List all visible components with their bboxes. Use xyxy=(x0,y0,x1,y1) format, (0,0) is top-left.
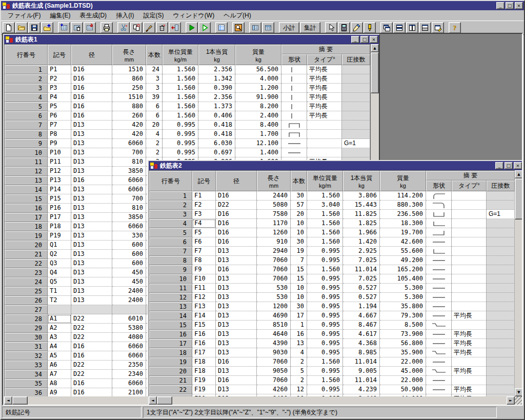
cell[interactable] xyxy=(452,256,487,265)
cell[interactable] xyxy=(71,305,112,314)
cell[interactable]: 2100 xyxy=(112,388,146,396)
cell[interactable]: 平均長 xyxy=(452,330,487,339)
cell[interactable]: 15.443 xyxy=(343,201,380,210)
pressure-weld-cell[interactable] xyxy=(487,284,515,293)
cell[interactable]: F17 xyxy=(192,348,216,357)
shape-cell[interactable] xyxy=(281,74,307,84)
cell[interactable]: 1.560 xyxy=(307,191,343,201)
cell[interactable]: 1.560 xyxy=(307,228,343,237)
window-cascade-button[interactable] xyxy=(380,22,393,33)
cell[interactable] xyxy=(307,121,342,130)
cell[interactable]: 4 xyxy=(291,348,307,357)
scroll-up-icon[interactable]: ▲ xyxy=(371,44,379,52)
cell[interactable]: A2 xyxy=(48,324,71,333)
shape-cell[interactable] xyxy=(426,219,452,228)
close-icon[interactable]: × xyxy=(514,162,522,169)
cell[interactable]: F16 xyxy=(192,339,216,348)
cell[interactable]: D13 xyxy=(71,204,112,213)
cell[interactable]: D16 xyxy=(216,376,257,385)
pressure-weld-cell[interactable] xyxy=(342,130,370,139)
cell[interactable]: F16 xyxy=(192,330,216,339)
pressure-weld-cell[interactable] xyxy=(487,348,515,357)
cell[interactable]: 平均長 xyxy=(452,367,487,376)
cell[interactable]: P14 xyxy=(48,185,71,194)
minimize-icon[interactable]: _ xyxy=(495,162,503,169)
pressure-weld-cell[interactable] xyxy=(487,256,515,265)
cell[interactable] xyxy=(452,219,487,228)
pressure-weld-cell[interactable] xyxy=(487,265,515,274)
cell[interactable]: P7 xyxy=(48,121,71,130)
cell[interactable] xyxy=(452,293,487,302)
cell[interactable]: 2 xyxy=(291,357,307,367)
cell[interactable]: 2 xyxy=(146,139,163,148)
cell[interactable]: P19 xyxy=(48,231,71,241)
pressure-weld-cell[interactable] xyxy=(342,102,370,111)
row-number-cell[interactable]: 6 xyxy=(5,111,48,121)
cell[interactable]: P10 xyxy=(48,148,71,157)
cell[interactable]: A9 xyxy=(48,388,71,396)
cell[interactable]: D13 xyxy=(71,250,112,259)
cell[interactable]: 3.040 xyxy=(307,201,343,210)
pressure-weld-cell[interactable] xyxy=(342,148,370,157)
cell[interactable]: 10 xyxy=(291,219,307,228)
cell[interactable]: D13 xyxy=(71,296,112,305)
row-number-cell[interactable]: 18 xyxy=(5,222,48,231)
scroll-left-icon[interactable]: ◄ xyxy=(149,396,157,405)
row-number-cell[interactable]: 16 xyxy=(149,330,192,339)
cell[interactable]: 0.995 xyxy=(307,256,343,265)
cell[interactable]: 20 xyxy=(146,121,163,130)
cell[interactable]: 平均長 xyxy=(307,65,342,74)
window-edit-button[interactable] xyxy=(432,22,444,33)
minimize-icon[interactable]: _ xyxy=(496,2,504,9)
cell[interactable]: 73.900 xyxy=(380,330,426,339)
cell[interactable]: D13 xyxy=(71,231,112,241)
cell[interactable]: D16 xyxy=(71,84,112,93)
cell[interactable]: D13 xyxy=(71,157,112,167)
row-number-cell[interactable]: 4 xyxy=(5,93,48,102)
cell[interactable]: P9 xyxy=(48,139,71,148)
regenerate-table-button[interactable] xyxy=(84,22,96,33)
cell[interactable]: 0.995 xyxy=(163,130,198,139)
cell[interactable] xyxy=(452,201,487,210)
row-number-cell[interactable]: 3 xyxy=(149,210,192,219)
cell[interactable]: 6 xyxy=(146,111,163,121)
shape-cell[interactable] xyxy=(426,265,452,274)
cell[interactable]: 2 xyxy=(146,148,163,157)
cell[interactable]: 700 xyxy=(112,148,146,157)
cell[interactable]: 4.667 xyxy=(343,311,380,321)
cell[interactable]: 6060 xyxy=(112,176,146,185)
row-number-cell[interactable]: 10 xyxy=(149,274,192,284)
cell[interactable]: T1 xyxy=(48,287,71,296)
row-number-cell[interactable]: 18 xyxy=(149,348,192,357)
pressure-weld-cell[interactable] xyxy=(487,321,515,330)
cell[interactable]: 2400 xyxy=(112,296,146,305)
cell[interactable]: D22 xyxy=(71,314,112,324)
cell[interactable]: 35.900 xyxy=(380,348,426,357)
pressure-weld-cell[interactable] xyxy=(487,330,515,339)
shape-cell[interactable] xyxy=(281,139,307,148)
row-number-cell[interactable]: 29 xyxy=(5,324,48,333)
cell[interactable]: 11.014 xyxy=(343,265,380,274)
cell[interactable] xyxy=(452,237,487,247)
cell[interactable]: D16 xyxy=(216,357,257,367)
cell[interactable]: D13 xyxy=(71,213,112,222)
row-number-cell[interactable]: 1 xyxy=(149,191,192,201)
cell[interactable]: D16 xyxy=(71,74,112,84)
shape-cell[interactable] xyxy=(281,111,307,121)
cell[interactable]: 105.400 xyxy=(380,274,426,284)
cell[interactable]: 4 xyxy=(146,130,163,139)
cell[interactable]: 8.200 xyxy=(235,102,281,111)
cell[interactable]: 1.373 xyxy=(198,102,235,111)
cell[interactable] xyxy=(307,139,342,148)
cell[interactable]: 30 xyxy=(291,191,307,201)
cell[interactable]: A3 xyxy=(48,333,71,342)
cell[interactable]: 0.995 xyxy=(163,139,198,148)
cell[interactable]: Q2 xyxy=(48,250,71,259)
cell[interactable]: P4 xyxy=(48,93,71,102)
cell[interactable]: 4.239 xyxy=(343,385,380,394)
cell[interactable] xyxy=(307,130,342,139)
cell[interactable]: 1170 xyxy=(257,219,291,228)
cell[interactable]: 1.560 xyxy=(307,237,343,247)
cell[interactable]: D13 xyxy=(71,167,112,176)
cell[interactable]: 1.825 xyxy=(343,219,380,228)
